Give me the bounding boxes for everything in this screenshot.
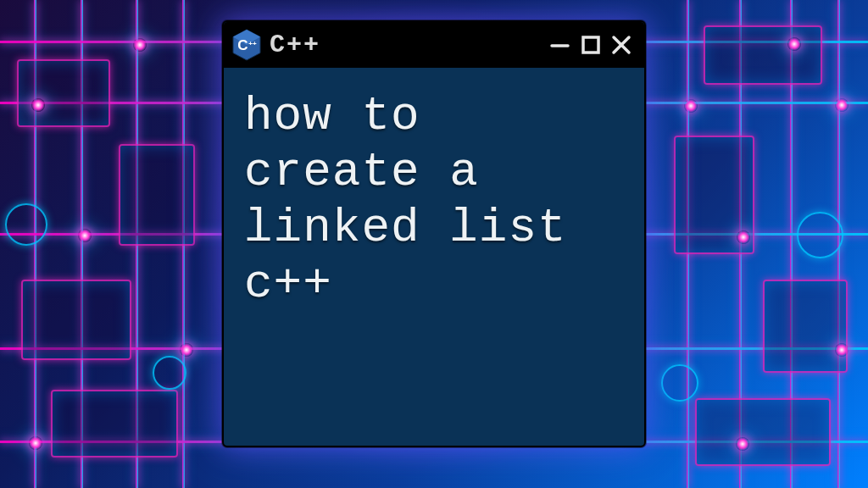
svg-rect-5	[583, 37, 598, 53]
maximize-icon[interactable]	[580, 34, 602, 56]
svg-text:++: ++	[248, 40, 257, 47]
app-window: C ++ C++ how to create a linked list c++	[222, 20, 646, 447]
minimize-icon[interactable]	[549, 34, 571, 56]
window-body: how to create a linked list c++	[224, 68, 644, 446]
close-icon[interactable]	[610, 34, 632, 56]
titlebar[interactable]: C ++ C++	[224, 22, 644, 68]
cpp-logo-icon: C ++	[232, 29, 261, 61]
window-controls	[549, 34, 632, 56]
window-title: C++	[270, 30, 541, 59]
svg-text:C: C	[237, 37, 248, 53]
body-text: how to create a linked list c++	[244, 88, 626, 312]
